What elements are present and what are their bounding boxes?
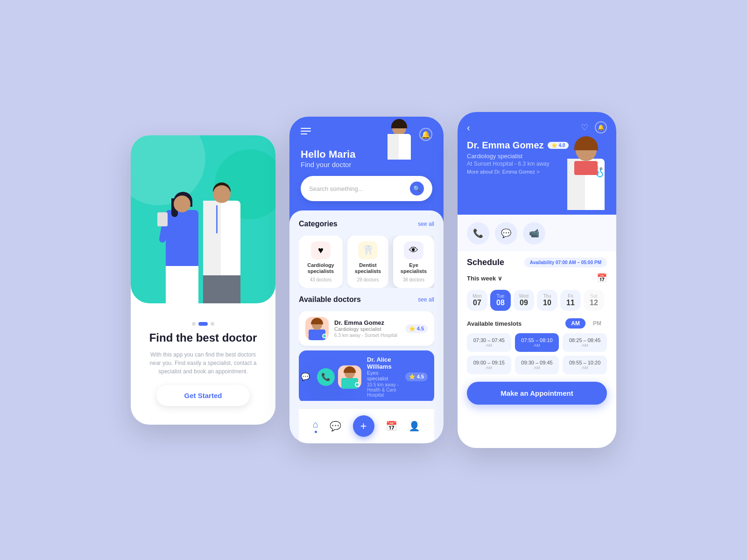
nav-calendar[interactable]: 📅 (386, 420, 397, 432)
doctor-dist-emma: 6.3 km away - Sunset Hospital (334, 333, 400, 338)
home-screen: 🔔 Hello Maria Find your doctor Search so… (289, 117, 444, 443)
timeslot-time-5: 09:55 – 10:20 (565, 360, 604, 365)
doctor-header: ‹ ♡ 🔔 Dr. Emma Gomez ⭐ 4.0 Cardiology sp… (458, 112, 616, 215)
availability-badge: Availability 07:00 AM – 05:00 PM (524, 258, 607, 267)
favorite-icon[interactable]: ♡ (581, 122, 588, 133)
onboarding-screen: Find the best doctor With this app you c… (131, 135, 275, 425)
search-icon[interactable]: 🔍 (410, 182, 424, 196)
timeslot-time-2: 08:25 – 08:45 (565, 337, 604, 343)
categories-title: Categories (299, 220, 338, 228)
week-label[interactable]: This week ∨ (467, 275, 502, 282)
doctors-see-all[interactable]: see all (418, 296, 434, 303)
doctor-name-alice: Dr. Alice Williams (367, 356, 400, 370)
dentist-count: 29 doctors (357, 277, 379, 282)
notification-bell[interactable]: 🔔 (419, 128, 432, 141)
category-dentist[interactable]: 🦷 Dentist specialists 29 doctors (347, 236, 388, 288)
back-button[interactable]: ‹ (467, 122, 470, 133)
day-mon[interactable]: Mon 07 (467, 290, 487, 311)
timeslot-5[interactable]: 09:55 – 10:20 AM (563, 356, 607, 374)
timeslot-period-4: AM (518, 365, 557, 370)
eye-icon: 👁 (404, 241, 423, 259)
onboarding-content: Find the best doctor With this app you c… (131, 303, 275, 425)
timeslot-period-0: AM (470, 343, 508, 348)
day-name-sat: Sat (590, 294, 597, 299)
cardiology-icon: ♥ (311, 241, 331, 259)
search-bar[interactable]: Search something... 🔍 (301, 176, 432, 201)
timeslot-1[interactable]: 07:55 – 08:10 AM (515, 333, 559, 352)
nav-add-button[interactable]: + (353, 415, 374, 437)
doctors-header: Available doctors see all (299, 295, 434, 304)
menu-button[interactable] (301, 128, 311, 134)
avatar-coat: 🩺 (567, 159, 605, 210)
eye-name: Eye specialists (399, 262, 429, 274)
doctor-male (203, 185, 240, 303)
timeslots-header: Available timeslots AM PM (467, 318, 607, 329)
profile-icon: 👤 (409, 420, 420, 432)
calendar-icon: 📅 (386, 420, 397, 432)
chat-button[interactable]: 💬 (299, 368, 314, 386)
cardiology-name: Cardiology specialists (304, 262, 337, 274)
day-name-fri: Fri (568, 294, 573, 299)
notification-bell[interactable]: 🔔 (595, 121, 607, 133)
doctor-dist-alice: 10.5 km away - Health & Care Hospital (367, 382, 400, 398)
nav-profile[interactable]: 👤 (409, 420, 420, 432)
online-indicator (322, 334, 327, 338)
timeslot-grid: 07:30 – 07:45 AM 07:55 – 08:10 AM 08:25 … (467, 333, 607, 374)
contact-buttons-section: 📞 💬 📹 (458, 215, 616, 251)
am-toggle[interactable]: AM (565, 318, 585, 329)
day-sat[interactable]: Sat 12 (584, 290, 604, 311)
rating-alice: ⭐ 4.5 (405, 372, 428, 381)
home-icon: ⌂ (313, 419, 318, 430)
day-name-tue: Tue (497, 294, 505, 299)
days-row: Mon 07 Tue 08 Wed 09 Thu 10 Fri 11 (467, 290, 607, 311)
scrubs-top (574, 161, 598, 175)
categories-see-all[interactable]: see all (418, 221, 434, 227)
nav-active-dot (315, 431, 317, 433)
doctor-card-emma[interactable]: Dr. Emma Gomez Cardiology specialist 6.3… (299, 311, 434, 346)
pagination-dots (192, 322, 214, 326)
calendar-icon[interactable]: 📅 (597, 273, 607, 283)
day-num-wed: 09 (520, 299, 528, 307)
day-name-mon: Mon (472, 294, 481, 299)
timeslot-time-3: 09:00 – 09:15 (470, 360, 508, 365)
timeslot-period-3: AM (470, 365, 508, 370)
make-appointment-button[interactable]: Make an Appointment (467, 382, 607, 405)
nav-home[interactable]: ⌂ (313, 419, 318, 433)
timeslot-0[interactable]: 07:30 – 07:45 AM (467, 333, 511, 352)
get-started-button[interactable]: Get Started (156, 385, 250, 406)
avatar-body (388, 134, 411, 160)
timeslot-2[interactable]: 08:25 – 08:45 AM (563, 333, 607, 352)
day-tue[interactable]: Tue 08 (490, 290, 511, 311)
nav-chat[interactable]: 💬 (330, 420, 341, 432)
timeslot-4[interactable]: 09:30 – 09:45 AM (515, 356, 559, 374)
day-fri[interactable]: Fri 11 (560, 290, 581, 311)
action-buttons: 💬 📞 (299, 368, 335, 386)
hamburger-line-1 (301, 128, 311, 129)
doctor-name: Dr. Emma Gomez (467, 140, 544, 151)
bottom-navigation: ⌂ 💬 + 📅 👤 (299, 408, 434, 443)
doctor-avatar-large: 🩺 (560, 140, 612, 215)
day-thu[interactable]: Thu 10 (537, 290, 557, 311)
message-contact-button[interactable]: 💬 (495, 222, 517, 245)
timeslot-time-0: 07:30 – 07:45 (470, 337, 508, 343)
doctor-info-alice: Dr. Alice Williams Eyes specialist 10.5 … (367, 356, 400, 398)
timeslot-3[interactable]: 09:00 – 09:15 AM (467, 356, 511, 374)
leg-left (166, 266, 182, 303)
doctor-card-alice[interactable]: 💬 📞 Dr. Alice Williams Eyes specialist 1… (299, 350, 434, 401)
clipboard (157, 212, 168, 226)
pm-toggle[interactable]: PM (587, 318, 607, 329)
phone-contact-button[interactable]: 📞 (467, 222, 489, 245)
phone-button[interactable]: 📞 (317, 368, 335, 386)
week-text: This week (467, 275, 496, 282)
day-wed[interactable]: Wed 09 (514, 290, 534, 311)
timeslot-time-1: 07:55 – 08:10 (518, 337, 557, 343)
avatar-head (392, 121, 406, 135)
doctors-illustration (166, 185, 240, 303)
categories-header: Categories see all (299, 220, 434, 228)
category-cardiology[interactable]: ♥ Cardiology specialists 43 doctors (299, 236, 343, 288)
video-contact-button[interactable]: 📹 (523, 222, 545, 245)
doctor-avatar-emma (305, 317, 329, 340)
doctor-info-emma: Dr. Emma Gomez Cardiology specialist 6.3… (334, 319, 400, 338)
category-eye[interactable]: 👁 Eye specialists 38 doctors (393, 236, 434, 288)
doctor-avatar-alice (338, 365, 361, 389)
